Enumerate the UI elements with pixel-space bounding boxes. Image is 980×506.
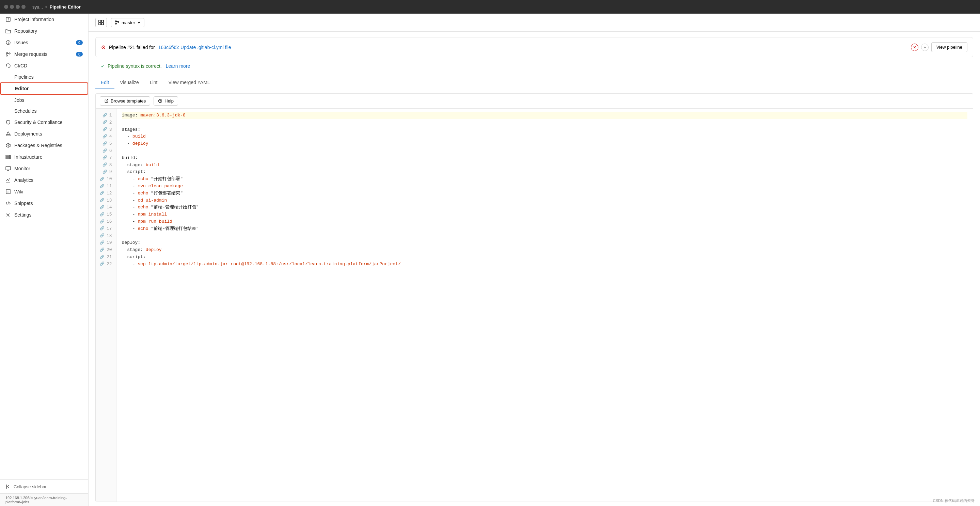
sidebar-item-monitor[interactable]: Monitor bbox=[0, 163, 88, 174]
sidebar-url-text: 192.168.1.206/suyuan/learn-training-plat… bbox=[5, 496, 67, 504]
dismiss-button[interactable]: ✕ bbox=[911, 44, 918, 51]
sidebar-item-cicd[interactable]: CI/CD bbox=[0, 60, 88, 72]
code-line: - echo "开始打包部署" bbox=[122, 176, 967, 183]
code-line: - npm install bbox=[122, 211, 967, 218]
code-line: build: bbox=[122, 154, 967, 162]
package-icon bbox=[5, 143, 11, 148]
sidebar-sub-label: Pipelines bbox=[14, 74, 34, 80]
alert-commit-link[interactable]: 163c6f95: Update .gitlab-ci.yml file bbox=[158, 45, 231, 50]
sidebar-sub-label: Editor bbox=[15, 86, 29, 91]
sidebar-item-settings[interactable]: Settings bbox=[0, 209, 88, 221]
sidebar-item-issues[interactable]: Issues 0 bbox=[0, 37, 88, 48]
collapse-icon bbox=[5, 484, 11, 489]
svg-line-23 bbox=[8, 202, 8, 205]
sidebar-item-label: Repository bbox=[14, 28, 37, 34]
sidebar-item-wiki[interactable]: Wiki bbox=[0, 186, 88, 197]
editor-container: Browse templates Help 🔗1🔗2🔗3🔗4🔗5🔗6🔗7🔗8🔗9… bbox=[95, 93, 973, 502]
sidebar-item-label: Analytics bbox=[14, 177, 33, 183]
pipeline-alert: ⊗ Pipeline #21 failed for 163c6f95: Upda… bbox=[95, 37, 973, 57]
code-line: - echo "前端-管理端打包结束" bbox=[122, 226, 967, 232]
sidebar-sub-jobs[interactable]: Jobs bbox=[0, 95, 88, 105]
breadcrumb: syu... > Pipeline Editor bbox=[32, 5, 81, 10]
tab-view-merged[interactable]: View merged YAML bbox=[163, 76, 215, 89]
sidebar-item-security[interactable]: Security & Compliance bbox=[0, 116, 88, 128]
code-line bbox=[122, 119, 967, 126]
sidebar-item-label: Settings bbox=[14, 212, 32, 218]
layout-toggle-button[interactable] bbox=[95, 18, 107, 27]
issues-badge: 0 bbox=[76, 40, 83, 45]
svg-point-16 bbox=[9, 158, 10, 158]
sidebar-item-label: Merge requests bbox=[14, 51, 47, 57]
code-line bbox=[122, 148, 967, 154]
sidebar-sub-schedules[interactable]: Schedules bbox=[0, 105, 88, 116]
tab-edit[interactable]: Edit bbox=[95, 76, 115, 89]
svg-point-24 bbox=[8, 214, 9, 216]
tab-visualize[interactable]: Visualize bbox=[115, 76, 145, 89]
forward-button[interactable]: » bbox=[921, 44, 929, 51]
sidebar-item-label: CI/CD bbox=[14, 63, 27, 68]
sidebar-item-label: Packages & Registries bbox=[14, 143, 62, 148]
alert-text: Pipeline #21 failed for bbox=[109, 45, 155, 50]
sidebar-item-label: Project information bbox=[14, 17, 54, 22]
sidebar-item-merge-requests[interactable]: Merge requests 0 bbox=[0, 48, 88, 60]
code-content[interactable]: image: maven:3.6.3-jdk-8 stages: - build… bbox=[116, 109, 973, 501]
dot-4 bbox=[21, 5, 25, 9]
info-icon bbox=[5, 17, 11, 22]
code-line: - build bbox=[122, 133, 967, 140]
svg-rect-27 bbox=[102, 20, 103, 22]
sidebar-item-label: Infrastructure bbox=[14, 154, 42, 160]
help-icon bbox=[158, 99, 162, 103]
wiki-icon bbox=[5, 189, 11, 194]
svg-line-11 bbox=[6, 144, 8, 145]
tab-lint[interactable]: Lint bbox=[145, 76, 163, 89]
code-line: - echo "打包部署结束" bbox=[122, 190, 967, 197]
breadcrumb-active: Pipeline Editor bbox=[50, 5, 81, 10]
browse-templates-button[interactable]: Browse templates bbox=[100, 96, 150, 105]
breadcrumb-separator: > bbox=[45, 5, 48, 10]
main-content: master ⊗ Pipeline #21 failed for 163c6f9… bbox=[89, 14, 980, 506]
sidebar-item-repository[interactable]: Repository bbox=[0, 25, 88, 37]
sidebar-url: 192.168.1.206/suyuan/learn-training-plat… bbox=[0, 493, 88, 506]
code-editor[interactable]: 🔗1🔗2🔗3🔗4🔗5🔗6🔗7🔗8🔗9🔗10🔗11🔗12🔗13🔗14🔗15🔗16🔗… bbox=[96, 109, 973, 501]
code-line bbox=[122, 232, 967, 240]
sidebar-sub-editor[interactable]: Editor bbox=[0, 83, 88, 95]
code-line: deploy: bbox=[122, 239, 967, 247]
code-line: - mvn clean package bbox=[122, 183, 967, 190]
sidebar-item-project-info[interactable]: Project information bbox=[0, 14, 88, 25]
shield-icon bbox=[5, 119, 11, 125]
window-controls bbox=[4, 5, 25, 9]
view-pipeline-button[interactable]: View pipeline bbox=[931, 42, 967, 52]
sidebar-item-label: Issues bbox=[14, 40, 28, 45]
code-line: - scp ltp-admin/target/ltp-admin.jar roo… bbox=[122, 261, 967, 268]
sidebar-item-snippets[interactable]: Snippets bbox=[0, 197, 88, 209]
breadcrumb-prefix: syu... bbox=[32, 5, 43, 10]
collapse-label: Collapse sidebar bbox=[14, 484, 47, 489]
collapse-sidebar-button[interactable]: Collapse sidebar bbox=[0, 479, 88, 493]
help-button[interactable]: Help bbox=[154, 96, 178, 105]
success-banner: ✓ Pipeline syntax is correct. Learn more bbox=[95, 60, 973, 72]
branch-selector[interactable]: master bbox=[111, 18, 145, 27]
sidebar-item-deployments[interactable]: Deployments bbox=[0, 128, 88, 140]
sidebar-item-label: Deployments bbox=[14, 131, 42, 137]
code-line: - echo "前端-管理端开始打包" bbox=[122, 204, 967, 211]
sidebar-item-label: Snippets bbox=[14, 200, 33, 206]
content-header: master bbox=[89, 14, 980, 32]
chevron-down-icon bbox=[137, 21, 141, 24]
sidebar-item-packages[interactable]: Packages & Registries bbox=[0, 140, 88, 151]
svg-rect-17 bbox=[6, 167, 11, 170]
sidebar-item-label: Wiki bbox=[14, 189, 23, 194]
dot-2 bbox=[10, 5, 14, 9]
branch-icon bbox=[115, 20, 119, 25]
code-line: image: maven:3.6.3-jdk-8 bbox=[122, 112, 967, 119]
settings-icon bbox=[5, 212, 11, 218]
sidebar-sub-pipelines[interactable]: Pipelines bbox=[0, 72, 88, 83]
svg-rect-26 bbox=[99, 20, 101, 22]
svg-rect-28 bbox=[99, 23, 101, 25]
sidebar-item-infrastructure[interactable]: Infrastructure bbox=[0, 151, 88, 163]
folder-icon bbox=[5, 28, 11, 34]
browse-templates-label: Browse templates bbox=[111, 99, 146, 103]
sidebar-item-analytics[interactable]: Analytics bbox=[0, 174, 88, 186]
sidebar: Project information Repository Issues 0 bbox=[0, 14, 89, 506]
learn-more-link[interactable]: Learn more bbox=[166, 63, 190, 69]
monitor-icon bbox=[5, 166, 11, 171]
